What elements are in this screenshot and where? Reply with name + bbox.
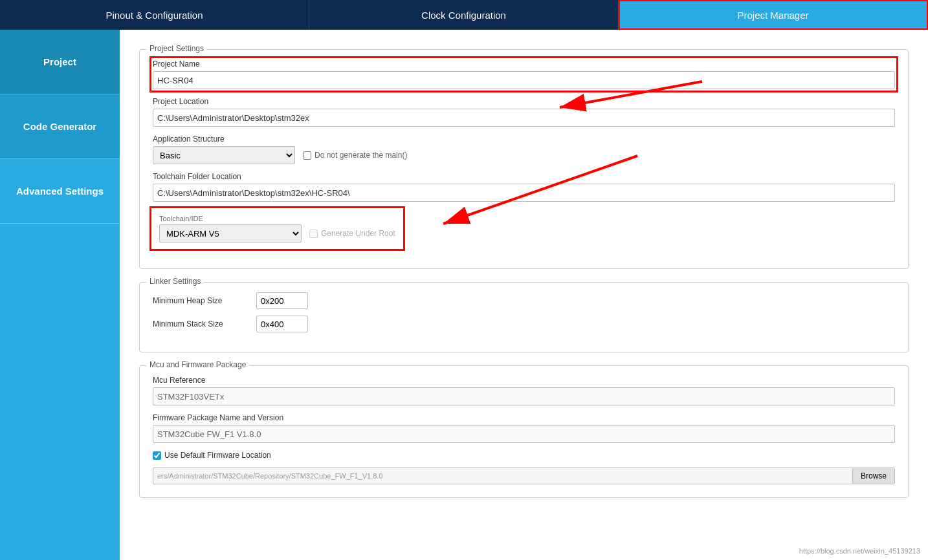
mcu-firmware-section: Mcu and Firmware Package Mcu Reference F… xyxy=(139,365,909,498)
toolchain-folder-label: Toolchain Folder Location xyxy=(153,172,895,181)
use-default-firmware-label[interactable]: Use Default Firmware Location xyxy=(153,451,895,460)
mcu-reference-label: Mcu Reference xyxy=(153,376,895,385)
min-stack-input[interactable] xyxy=(256,316,308,332)
watermark: https://blog.csdn.net/weixin_45139213 xyxy=(799,547,920,555)
firmware-package-input[interactable] xyxy=(153,425,895,443)
application-structure-label: Application Structure xyxy=(153,135,895,144)
firmware-path-input[interactable] xyxy=(153,468,852,484)
mcu-reference-group: Mcu Reference xyxy=(153,376,895,405)
toolchain-ide-group: Toolchain/IDE MDK-ARM V5 MDK-ARM V4 EWAR… xyxy=(153,210,402,248)
project-location-label: Project Location xyxy=(153,97,895,106)
sidebar-item-advanced-settings[interactable]: Advanced Settings xyxy=(0,159,120,224)
min-heap-row: Minimum Heap Size xyxy=(153,292,895,309)
linker-settings-label: Linker Settings xyxy=(146,277,204,286)
application-structure-row: Basic Advanced Do not generate the main(… xyxy=(153,146,895,164)
toolchain-folder-group: Toolchain Folder Location xyxy=(153,172,895,202)
project-name-group: Project Name xyxy=(153,59,895,89)
sidebar-item-project[interactable]: Project xyxy=(0,30,120,94)
min-heap-input[interactable] xyxy=(256,292,308,309)
browse-button[interactable]: Browse xyxy=(852,468,895,484)
project-settings-label: Project Settings xyxy=(146,44,207,53)
firmware-path-row: Browse xyxy=(153,468,895,484)
do-not-generate-main-checkbox-label[interactable]: Do not generate the main() xyxy=(303,151,407,160)
tab-clock[interactable]: Clock Configuration xyxy=(309,0,619,30)
main-layout: Project Code Generator Advanced Settings… xyxy=(0,30,928,560)
use-default-firmware-row: Use Default Firmware Location xyxy=(153,451,895,460)
mcu-firmware-label: Mcu and Firmware Package xyxy=(146,360,249,369)
generate-under-root-checkbox-label[interactable]: Generate Under Root xyxy=(309,229,395,238)
sidebar: Project Code Generator Advanced Settings xyxy=(0,30,120,560)
linker-settings-section: Linker Settings Minimum Heap Size Minimu… xyxy=(139,282,909,352)
toolchain-ide-select[interactable]: MDK-ARM V5 MDK-ARM V4 EWARM SW4STM32 Tru… xyxy=(159,224,302,242)
min-stack-label: Minimum Stack Size xyxy=(153,319,247,328)
firmware-package-group: Firmware Package Name and Version xyxy=(153,413,895,443)
project-location-input[interactable] xyxy=(153,109,895,127)
application-structure-group: Application Structure Basic Advanced Do … xyxy=(153,135,895,164)
min-heap-label: Minimum Heap Size xyxy=(153,296,247,305)
mcu-reference-input[interactable] xyxy=(153,387,895,405)
toolchain-folder-input[interactable] xyxy=(153,184,895,202)
project-name-input[interactable] xyxy=(153,71,895,89)
application-structure-select[interactable]: Basic Advanced xyxy=(153,146,295,164)
tab-pinout[interactable]: Pinout & Configuration xyxy=(0,0,309,30)
project-name-label: Project Name xyxy=(153,59,895,69)
toolchain-ide-label: Toolchain/IDE xyxy=(159,215,395,222)
generate-under-root-checkbox[interactable] xyxy=(309,230,318,238)
content-area: Project Settings Project Name Project Lo… xyxy=(120,30,928,560)
sidebar-item-code-generator[interactable]: Code Generator xyxy=(0,94,120,159)
tab-project-manager[interactable]: Project Manager xyxy=(619,0,928,30)
use-default-firmware-checkbox[interactable] xyxy=(153,451,161,460)
top-nav: Pinout & Configuration Clock Configurati… xyxy=(0,0,928,30)
do-not-generate-main-checkbox[interactable] xyxy=(303,151,311,160)
project-location-group: Project Location xyxy=(153,97,895,127)
toolchain-ide-row: MDK-ARM V5 MDK-ARM V4 EWARM SW4STM32 Tru… xyxy=(159,224,395,242)
firmware-package-label: Firmware Package Name and Version xyxy=(153,413,895,422)
app-container: Pinout & Configuration Clock Configurati… xyxy=(0,0,928,560)
min-stack-row: Minimum Stack Size xyxy=(153,316,895,332)
project-settings-section: Project Settings Project Name Project Lo… xyxy=(139,49,909,269)
